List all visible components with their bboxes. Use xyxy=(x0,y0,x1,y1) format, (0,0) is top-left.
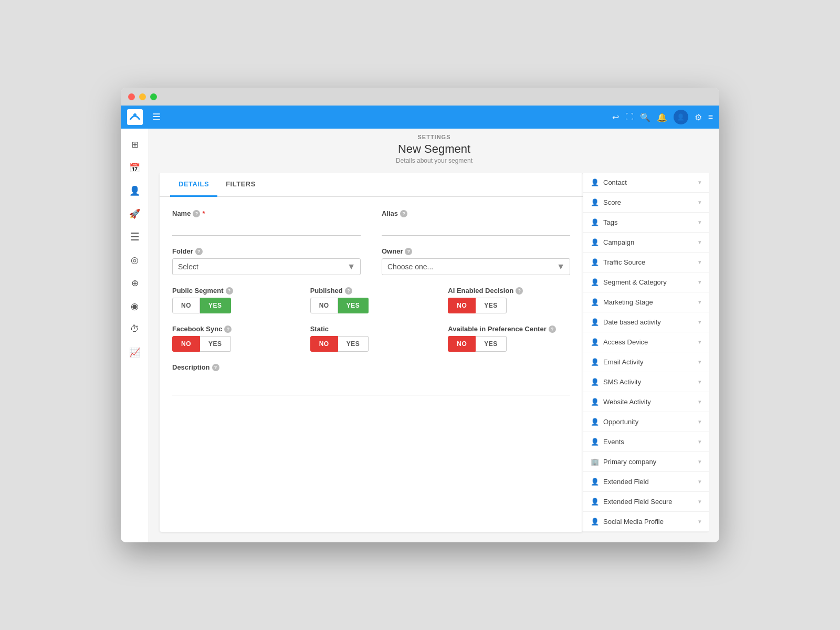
filter-item-events[interactable]: 👤 Events ▾ xyxy=(583,432,709,452)
public-segment-help-icon[interactable]: ? xyxy=(226,287,233,295)
name-field: Name ? * xyxy=(172,209,361,236)
sidebar-item-reports[interactable]: ◎ xyxy=(124,249,145,270)
public-segment-yes[interactable]: YES xyxy=(200,298,231,313)
published-yes[interactable]: YES xyxy=(338,298,369,313)
folder-select[interactable]: Select xyxy=(172,258,361,275)
filter-item-score[interactable]: 👤 Score ▾ xyxy=(583,193,709,213)
static-yes[interactable]: YES xyxy=(338,336,369,352)
preference-center-yes[interactable]: YES xyxy=(476,336,507,352)
filter-item-left-opportunity: 👤 Opportunity xyxy=(591,418,638,426)
description-help-icon[interactable]: ? xyxy=(212,364,219,371)
sidebar-item-contacts[interactable]: 👤 xyxy=(124,180,145,201)
filter-item-left-campaign: 👤 Campaign xyxy=(591,238,634,246)
settings-icon[interactable]: ⚙ xyxy=(695,112,702,122)
sidebar-item-calendar[interactable]: 📅 xyxy=(124,157,145,178)
sidebar-item-integrations[interactable]: ⊕ xyxy=(124,272,145,293)
filter-item-contact[interactable]: 👤 Contact ▾ xyxy=(583,173,709,193)
sidebar-item-dashboard[interactable]: ⊞ xyxy=(124,134,145,155)
alias-label: Alias ? xyxy=(382,209,570,217)
owner-help-icon[interactable]: ? xyxy=(405,248,412,255)
filter-label-marketing-stage: Marketing Stage xyxy=(603,298,653,306)
filter-item-date-based-activity[interactable]: 👤 Date based activity ▾ xyxy=(583,312,709,332)
filter-icon-sms-activity: 👤 xyxy=(591,378,599,386)
sidebar-item-lists[interactable]: ☰ xyxy=(124,226,145,247)
filter-label-campaign: Campaign xyxy=(603,238,634,246)
app-logo xyxy=(127,109,143,125)
name-input[interactable] xyxy=(172,220,361,236)
facebook-sync-toggle: NO YES xyxy=(172,336,295,352)
filter-item-left-primary-company: 🏢 Primary company xyxy=(591,458,656,466)
filter-label-tags: Tags xyxy=(603,218,617,226)
filter-item-tags[interactable]: 👤 Tags ▾ xyxy=(583,213,709,233)
static-no[interactable]: NO xyxy=(310,336,338,352)
filter-label-date-based-activity: Date based activity xyxy=(603,318,661,326)
filter-item-left-contact: 👤 Contact xyxy=(591,178,627,186)
static-toggle: NO YES xyxy=(310,336,433,352)
ai-decision-yes[interactable]: YES xyxy=(476,298,507,313)
filter-item-traffic-source[interactable]: 👤 Traffic Source ▾ xyxy=(583,253,709,272)
svg-point-0 xyxy=(133,113,136,117)
sidebar-item-campaigns[interactable]: 🚀 xyxy=(124,203,145,224)
filter-chevron-segment-category: ▾ xyxy=(698,279,701,286)
minimize-button[interactable] xyxy=(139,93,146,100)
search-icon[interactable]: 🔍 xyxy=(640,112,650,122)
preference-center-no[interactable]: NO xyxy=(448,336,476,352)
avatar[interactable]: 👤 xyxy=(674,110,688,124)
facebook-sync-no[interactable]: NO xyxy=(172,336,200,352)
folder-help-icon[interactable]: ? xyxy=(195,248,203,255)
back-icon[interactable]: ↩ xyxy=(612,112,619,122)
sidebar-item-analytics[interactable]: 📈 xyxy=(124,342,145,363)
sidebar-item-goals[interactable]: ◉ xyxy=(124,296,145,317)
filter-item-extended-field-secure[interactable]: 👤 Extended Field Secure ▾ xyxy=(583,492,709,512)
description-field: Description ? xyxy=(172,363,570,395)
filter-item-left-social-media-profile: 👤 Social Media Profile xyxy=(591,518,664,526)
public-segment-no[interactable]: NO xyxy=(172,298,200,313)
alias-help-icon[interactable]: ? xyxy=(400,210,407,217)
published-help-icon[interactable]: ? xyxy=(345,287,352,295)
filter-label-traffic-source: Traffic Source xyxy=(603,258,645,266)
filter-item-extended-field[interactable]: 👤 Extended Field ▾ xyxy=(583,472,709,492)
top-nav-icons: ↩ ⛶ 🔍 🔔 👤 ⚙ ≡ xyxy=(612,110,713,124)
published-no[interactable]: NO xyxy=(310,298,338,313)
notification-icon[interactable]: 🔔 xyxy=(657,112,667,122)
filter-item-left-email-activity: 👤 Email Activity xyxy=(591,358,644,366)
filter-chevron-date-based-activity: ▾ xyxy=(698,319,701,326)
sidebar-item-timer[interactable]: ⏱ xyxy=(124,319,145,340)
menu-icon[interactable]: ≡ xyxy=(708,112,713,122)
filter-item-marketing-stage[interactable]: 👤 Marketing Stage ▾ xyxy=(583,292,709,312)
alias-input[interactable] xyxy=(382,220,570,236)
folder-select-wrapper: Select ▼ xyxy=(172,258,361,275)
filter-item-primary-company[interactable]: 🏢 Primary company ▾ xyxy=(583,452,709,472)
filter-chevron-campaign: ▾ xyxy=(698,239,701,246)
filter-item-social-media-profile[interactable]: 👤 Social Media Profile ▾ xyxy=(583,512,709,532)
filter-item-access-device[interactable]: 👤 Access Device ▾ xyxy=(583,332,709,352)
facebook-sync-help-icon[interactable]: ? xyxy=(224,326,232,333)
fullscreen-icon[interactable]: ⛶ xyxy=(625,112,634,122)
filter-label-segment-category: Segment & Category xyxy=(603,278,667,286)
close-button[interactable] xyxy=(128,93,135,100)
filter-item-website-activity[interactable]: 👤 Website Activity ▾ xyxy=(583,392,709,412)
filter-item-opportunity[interactable]: 👤 Opportunity ▾ xyxy=(583,412,709,432)
owner-label: Owner ? xyxy=(382,247,570,255)
ai-decision-help-icon[interactable]: ? xyxy=(516,287,523,295)
filter-item-campaign[interactable]: 👤 Campaign ▾ xyxy=(583,233,709,253)
ai-decision-no[interactable]: NO xyxy=(448,298,476,313)
title-bar xyxy=(121,88,719,106)
filter-icon-extended-field: 👤 xyxy=(591,478,599,486)
name-help-icon[interactable]: ? xyxy=(193,210,200,217)
filter-item-segment-category[interactable]: 👤 Segment & Category ▾ xyxy=(583,272,709,292)
facebook-sync-field: Facebook Sync ? NO YES xyxy=(172,325,295,352)
owner-select[interactable]: Choose one... xyxy=(382,258,570,275)
filter-chevron-sms-activity: ▾ xyxy=(698,379,701,385)
tab-filters[interactable]: FILTERS xyxy=(217,173,264,197)
tab-details[interactable]: DETAILS xyxy=(170,173,217,197)
maximize-button[interactable] xyxy=(150,93,157,100)
filter-item-sms-activity[interactable]: 👤 SMS Activity ▾ xyxy=(583,372,709,392)
filter-item-email-activity[interactable]: 👤 Email Activity ▾ xyxy=(583,352,709,372)
preference-center-help-icon[interactable]: ? xyxy=(549,326,556,333)
description-input[interactable] xyxy=(172,374,570,395)
filter-item-left-score: 👤 Score xyxy=(591,198,621,206)
facebook-sync-yes[interactable]: YES xyxy=(200,336,231,352)
hamburger-icon[interactable]: ☰ xyxy=(148,109,165,125)
filter-chevron-marketing-stage: ▾ xyxy=(698,299,701,306)
